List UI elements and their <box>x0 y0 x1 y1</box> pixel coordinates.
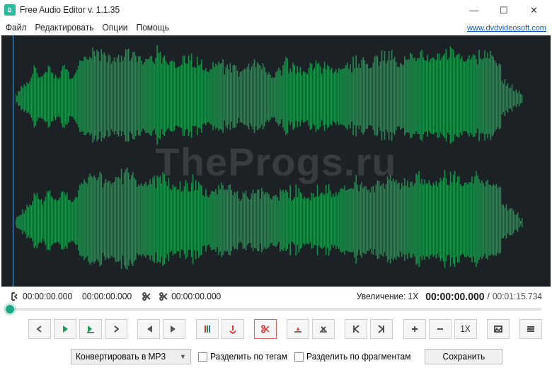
website-link[interactable]: www.dvdvideosoft.com <box>467 23 546 32</box>
menu-help[interactable]: Помощь <box>137 23 169 33</box>
cut-time: 00:00:00.000 <box>171 292 221 301</box>
close-button[interactable]: ✕ <box>525 5 542 16</box>
format-dropdown-label: Конвертировать в MP3 <box>76 352 166 362</box>
waveform-area[interactable]: TheProgs.ru <box>1 35 551 287</box>
selection-start-icon <box>10 292 20 301</box>
seek-slider[interactable] <box>10 308 542 311</box>
undo-button[interactable] <box>28 319 51 339</box>
selection-end-time: 00:00:00.000 <box>82 292 132 301</box>
total-time: 00:01:15.734 <box>493 292 542 301</box>
svg-point-718 <box>529 326 531 328</box>
skip-forward-button[interactable] <box>163 319 185 339</box>
time-separator: / <box>488 292 490 301</box>
waveform-channel-right <box>16 166 545 279</box>
split-tags-checkbox[interactable]: Разделить по тегам <box>198 352 287 362</box>
format-dropdown[interactable]: Конвертировать в MP3 ▼ <box>71 349 191 364</box>
zoom-out-button[interactable] <box>429 319 452 339</box>
image-button[interactable] <box>487 319 510 339</box>
skip-back-button[interactable] <box>137 319 160 339</box>
settings-button[interactable] <box>519 319 542 339</box>
menu-options[interactable]: Опции <box>102 23 127 33</box>
save-button[interactable]: Сохранить <box>425 349 502 364</box>
seek-thumb[interactable] <box>6 305 14 313</box>
trim-button[interactable] <box>287 319 309 339</box>
position-time: 00:00:00.000 <box>425 291 484 302</box>
svg-point-719 <box>531 328 534 330</box>
go-start-button[interactable] <box>345 319 367 339</box>
svg-point-720 <box>529 330 531 333</box>
menu-file[interactable]: Файл <box>6 23 27 33</box>
markers-button[interactable] <box>196 319 219 339</box>
selection-start-time: 00:00:00.000 <box>23 292 72 301</box>
zoom-in-button[interactable] <box>403 319 426 339</box>
window-title: Free Audio Editor v. 1.1.35 <box>20 5 120 15</box>
delete-button[interactable] <box>312 319 335 339</box>
playhead-cursor[interactable] <box>13 35 13 287</box>
menu-edit[interactable]: Редактировать <box>35 23 94 33</box>
zoom-label: Увеличение: 1X <box>357 292 418 301</box>
scissors-icon <box>159 292 168 301</box>
minimize-button[interactable]: — <box>466 5 483 16</box>
waveform-channel-left <box>16 42 545 156</box>
zoom-reset-button[interactable]: 1X <box>454 319 477 339</box>
scissors-icon <box>142 292 151 301</box>
split-fragments-checkbox[interactable]: Разделить по фрагментам <box>294 352 410 362</box>
chevron-down-icon: ▼ <box>180 353 186 360</box>
app-icon <box>4 4 16 16</box>
redo-button[interactable] <box>105 319 127 339</box>
marker-add-button[interactable] <box>222 319 244 339</box>
go-end-button[interactable] <box>370 319 393 339</box>
cut-button[interactable] <box>254 319 277 339</box>
play-button[interactable] <box>54 319 76 339</box>
maximize-button[interactable]: ☐ <box>495 5 512 16</box>
play-selection-button[interactable] <box>79 319 102 339</box>
